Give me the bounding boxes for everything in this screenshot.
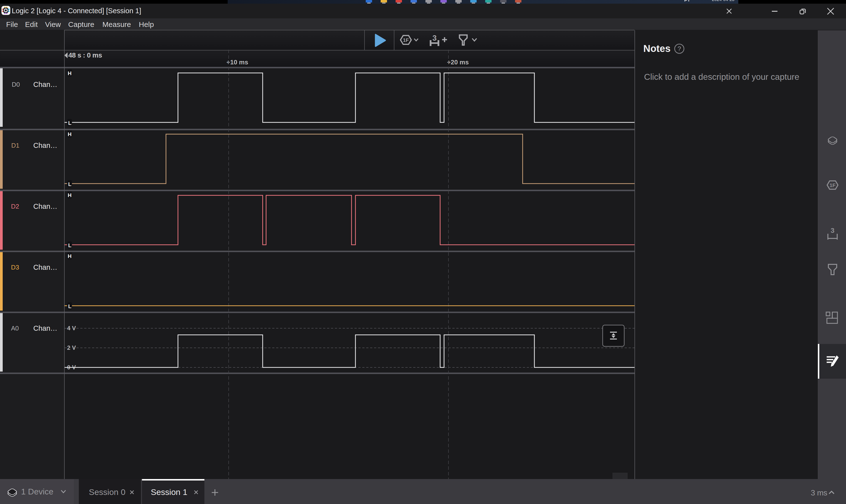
svg-text:Chan…: Chan… [33,324,57,332]
svg-text:H: H [68,70,72,76]
svg-text:A0: A0 [11,325,19,332]
svg-text:1F: 1F [830,182,836,188]
svg-text:2 V: 2 V [67,344,76,351]
svg-text:?: ? [678,45,681,52]
svg-text:1F: 1F [403,37,409,43]
svg-text:H: H [68,192,72,198]
svg-text:L: L [68,303,71,309]
svg-text:Chan…: Chan… [33,80,57,88]
svg-text:H: H [68,131,72,137]
svg-text:+10 ms: +10 ms [227,58,248,66]
svg-text:D2: D2 [11,203,19,210]
svg-text:4 V: 4 V [67,325,76,331]
svg-text:L: L [68,181,71,187]
svg-text:3: 3 [432,34,436,42]
svg-text:48 s : 0 ms: 48 s : 0 ms [68,51,102,59]
svg-text:D3: D3 [11,264,19,271]
svg-text:L: L [68,242,71,249]
svg-text:L: L [68,120,71,126]
svg-text:D0: D0 [12,81,20,88]
svg-text:H: H [68,253,72,259]
svg-text:Chan…: Chan… [33,264,57,271]
svg-text:D1: D1 [11,142,19,149]
svg-text:Chan…: Chan… [33,202,57,210]
svg-text:+20 ms: +20 ms [447,58,469,66]
svg-text:3: 3 [831,227,834,234]
svg-text:Chan…: Chan… [33,142,57,149]
